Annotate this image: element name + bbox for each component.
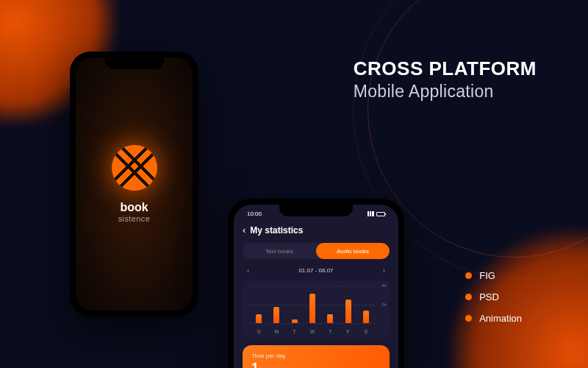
headline-line2: Mobile Application xyxy=(354,82,537,102)
status-time: 10:00 xyxy=(247,210,262,217)
notch xyxy=(105,57,164,69)
format-list: FIG PSD Animation xyxy=(465,270,522,324)
battery-icon xyxy=(376,212,385,216)
splash-screen: book sistence xyxy=(76,57,193,311)
format-item-psd: PSD xyxy=(465,291,522,302)
bullet-icon xyxy=(465,315,472,322)
stats-screen: 10:00 ‹ My statistics Text books Audio b… xyxy=(234,205,398,368)
x-tick-label: F xyxy=(345,329,351,334)
y-tick-label: 4h xyxy=(381,283,387,288)
stats-header: ‹ My statistics xyxy=(243,224,390,236)
prev-week-icon[interactable]: ‹ xyxy=(247,266,249,275)
weekly-chart: 4h 2h SMTWTFS xyxy=(243,280,390,338)
chart-bar[interactable] xyxy=(292,319,298,323)
x-tick-label: S xyxy=(256,329,262,334)
phone-stats-frame: 10:00 ‹ My statistics Text books Audio b… xyxy=(228,199,404,368)
format-item-fig: FIG xyxy=(465,270,522,281)
y-tick-label: 2h xyxy=(381,302,387,307)
back-icon[interactable]: ‹ xyxy=(243,224,245,236)
format-label: PSD xyxy=(479,291,499,302)
card-label: Time per day xyxy=(251,353,381,359)
next-week-icon[interactable]: › xyxy=(383,266,385,275)
brand-name: book xyxy=(120,201,148,214)
headline: CROSS PLATFORM Mobile Application xyxy=(354,57,537,102)
x-tick-label: T xyxy=(292,329,298,334)
status-icons xyxy=(368,210,385,217)
chart-bar[interactable] xyxy=(309,294,315,323)
x-tick-label: W xyxy=(309,329,315,334)
signal-icon xyxy=(368,211,374,216)
chart-bar[interactable] xyxy=(345,300,351,324)
format-item-animation: Animation xyxy=(465,313,522,324)
chart-bar[interactable] xyxy=(256,314,262,324)
date-range-label: 01.07 - 08.07 xyxy=(298,267,333,274)
format-label: FIG xyxy=(479,270,495,281)
card-value: 1 xyxy=(251,361,381,368)
format-label: Animation xyxy=(479,313,522,324)
tab-text-books[interactable]: Text books xyxy=(243,243,316,259)
x-tick-label: T xyxy=(327,329,333,334)
bullet-icon xyxy=(465,272,472,279)
brand-logo-icon xyxy=(112,145,157,191)
grid-line xyxy=(250,323,375,324)
x-tick-label: S xyxy=(363,329,369,334)
headline-line1: CROSS PLATFORM xyxy=(354,57,537,80)
notch xyxy=(279,205,353,216)
page-title: My statistics xyxy=(250,225,303,236)
chart-bar[interactable] xyxy=(327,314,333,324)
chart-x-labels: SMTWTFS xyxy=(250,329,375,334)
phone-splash-frame: book sistence xyxy=(70,52,198,316)
x-tick-label: M xyxy=(273,329,279,334)
chart-bar[interactable] xyxy=(273,307,279,324)
chart-bars xyxy=(250,286,375,323)
bullet-icon xyxy=(465,294,472,300)
tab-bar: Text books Audio books xyxy=(243,243,390,259)
tab-audio-books[interactable]: Audio books xyxy=(316,243,390,259)
time-per-day-card[interactable]: Time per day 1 Hours xyxy=(243,345,390,368)
date-range-nav: ‹ 01.07 - 08.07 › xyxy=(243,266,390,275)
chart-bar[interactable] xyxy=(363,311,369,324)
brand-tagline: sistence xyxy=(118,214,151,223)
